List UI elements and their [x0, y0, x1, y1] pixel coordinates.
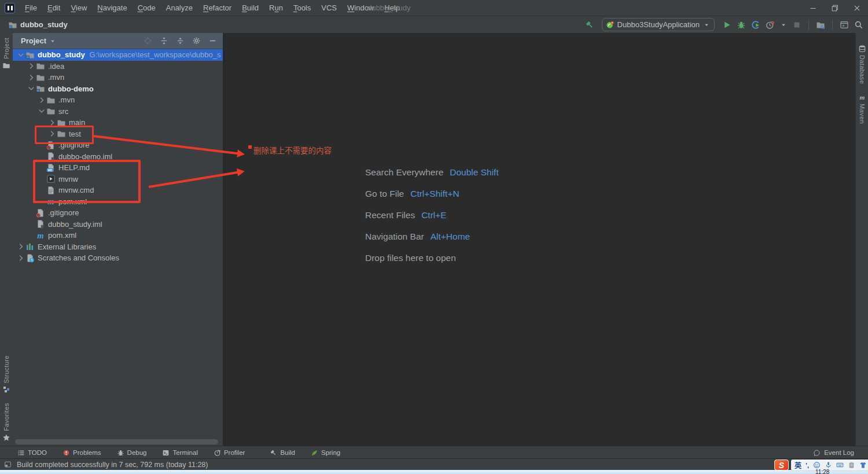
chevron-down-icon[interactable] — [37, 106, 46, 116]
chevron-right-icon[interactable] — [37, 95, 46, 105]
menu-item-refactor[interactable]: Refactor — [198, 1, 237, 14]
shortcut-action: Recent Files — [365, 209, 415, 221]
tree-item-gitignore[interactable]: .gitignore — [13, 207, 223, 219]
expand-all-button[interactable] — [160, 36, 168, 45]
event-log-label: Event Log — [824, 449, 854, 456]
indent-spacer — [27, 231, 36, 240]
status-message: Build completed successfully in 7 sec, 7… — [17, 461, 208, 469]
chevron-right-icon[interactable] — [27, 73, 36, 82]
emoji-icon[interactable] — [813, 461, 821, 469]
editor-shortcut-hints: Search EverywhereDouble ShiftGo to FileC… — [365, 166, 499, 273]
tree-item-dubbo-study[interactable]: dubbo_studyG:\workspace\test_workspace\d… — [13, 49, 223, 61]
tree-item-label: .mvn — [58, 95, 75, 104]
chevron-right-icon[interactable] — [27, 61, 36, 71]
tree-item-label: dubbo_study.iml — [48, 220, 102, 229]
annotation-text: 删除课上不需要的内容 — [253, 144, 332, 156]
stop-button[interactable] — [792, 20, 801, 30]
close-button[interactable] — [846, 0, 868, 16]
menu-item-run[interactable]: Run — [264, 1, 288, 14]
menu-item-analyze[interactable]: Analyze — [161, 1, 198, 14]
debug-button[interactable] — [737, 20, 746, 30]
build-project-button[interactable] — [585, 20, 594, 30]
run-button[interactable] — [722, 20, 731, 30]
clipboard-icon[interactable] — [848, 461, 855, 469]
tool-button-project[interactable]: Project — [2, 38, 10, 69]
left-tool-strip: Project Structure Favorites — [0, 33, 13, 446]
tool-window-button-debug[interactable]: Debug — [117, 449, 147, 457]
tool-button-structure[interactable]: Structure — [2, 355, 10, 394]
chevron-down-icon[interactable] — [27, 84, 36, 93]
tree-item-scratches-and-consoles[interactable]: Scratches and Consoles — [13, 252, 223, 264]
settings-gear-icon[interactable] — [192, 36, 201, 45]
select-opened-file-button[interactable] — [144, 36, 152, 45]
ime-punctuation[interactable]: ’, — [806, 462, 809, 469]
chevron-down-icon — [703, 21, 710, 28]
main-toolbar: dubbo_study Dubbo3StudyApplication — [0, 16, 868, 34]
menu-item-file[interactable]: File — [20, 1, 42, 14]
tree-item-label: .gitignore — [48, 208, 79, 217]
event-log-button[interactable]: Event Log — [813, 449, 854, 457]
annotation-note: 删除课上不需要的内容 — [248, 144, 332, 156]
breadcrumb[interactable]: dubbo_study — [8, 20, 68, 30]
tool-window-button-terminal[interactable]: Terminal — [162, 449, 197, 457]
chevron-right-icon[interactable] — [16, 253, 25, 263]
tree-item-src[interactable]: src — [13, 106, 223, 117]
chevron-down-icon[interactable] — [16, 50, 25, 60]
menu-item-navigate[interactable]: Navigate — [92, 1, 132, 14]
run-with-coverage-button[interactable] — [751, 20, 760, 30]
menu-bar: FileEditViewNavigateCodeAnalyzeRefactorB… — [20, 1, 405, 14]
tree-item-idea[interactable]: .idea — [13, 61, 223, 72]
tool-window-button-profiler[interactable]: Profiler — [214, 449, 245, 457]
horizontal-scrollbar[interactable] — [15, 439, 218, 444]
tree-item-dubbo-study-iml[interactable]: dubbo_study.iml — [13, 219, 223, 230]
collapse-all-button[interactable] — [176, 36, 185, 45]
tool-button-maven[interactable]: m Maven — [858, 93, 866, 124]
shortcut-hint-row: Search EverywhereDouble Shift — [365, 166, 499, 178]
tree-item-pom-xml[interactable]: mpom.xml — [13, 230, 223, 241]
favorites-strip-label: Favorites — [3, 403, 10, 431]
tree-item-mvn[interactable]: .mvn — [13, 72, 223, 83]
skin-shirt-icon[interactable] — [859, 461, 867, 469]
tool-window-button-problems[interactable]: Problems — [62, 449, 101, 457]
chevron-right-icon[interactable] — [16, 242, 25, 251]
menu-item-vcs[interactable]: VCS — [316, 1, 342, 14]
tool-window-toggle-icon[interactable] — [4, 461, 12, 468]
tool-button-favorites[interactable]: Favorites — [2, 403, 10, 442]
hide-panel-button[interactable] — [208, 36, 217, 45]
tree-item-label: Scratches and Consoles — [38, 253, 119, 262]
module-folder-icon — [36, 84, 45, 93]
menu-item-view[interactable]: View — [65, 1, 92, 14]
minimize-icon — [809, 4, 817, 12]
panel-title-chevron-icon[interactable] — [49, 38, 56, 45]
project-structure-button[interactable] — [816, 20, 825, 30]
profiler-chevron-down-icon[interactable] — [780, 21, 787, 28]
drop-files-hint-label: Drop files here to open — [365, 252, 456, 264]
tool-window-button-todo[interactable]: TODO — [17, 449, 47, 457]
window-controls — [802, 0, 868, 16]
tree-item-external-libraries[interactable]: External Libraries — [13, 241, 223, 253]
microphone-icon[interactable] — [825, 461, 832, 469]
menu-item-tools[interactable]: Tools — [288, 1, 316, 14]
maximize-button[interactable] — [824, 0, 846, 16]
intellij-logo-icon — [5, 3, 15, 13]
search-everywhere-button[interactable] — [854, 20, 863, 30]
tree-item-label: dubbo_study — [38, 50, 85, 59]
keyboard-icon[interactable] — [836, 461, 844, 469]
minimize-button[interactable] — [802, 0, 824, 16]
sogou-logo[interactable]: S — [774, 460, 789, 471]
run-configuration-selector[interactable]: Dubbo3StudyApplication — [602, 18, 715, 31]
menu-item-code[interactable]: Code — [133, 1, 161, 14]
menu-item-edit[interactable]: Edit — [42, 1, 65, 14]
panel-title[interactable]: Project — [21, 36, 46, 45]
intellij-window: FileEditViewNavigateCodeAnalyzeRefactorB… — [0, 0, 868, 474]
menu-item-build[interactable]: Build — [237, 1, 264, 14]
ime-language-mode[interactable]: 英 — [795, 460, 801, 470]
tool-window-button-build[interactable]: Build — [270, 449, 295, 457]
tool-window-button-spring[interactable]: Spring — [311, 449, 340, 457]
tree-item-mvn[interactable]: .mvn — [13, 94, 223, 106]
tool-button-database[interactable]: Database — [858, 45, 866, 84]
run-anything-button[interactable] — [840, 20, 849, 30]
tree-item-label: src — [58, 107, 68, 116]
tree-item-dubbo-demo[interactable]: dubbo-demo — [13, 83, 223, 95]
profiler-button[interactable] — [766, 20, 775, 30]
